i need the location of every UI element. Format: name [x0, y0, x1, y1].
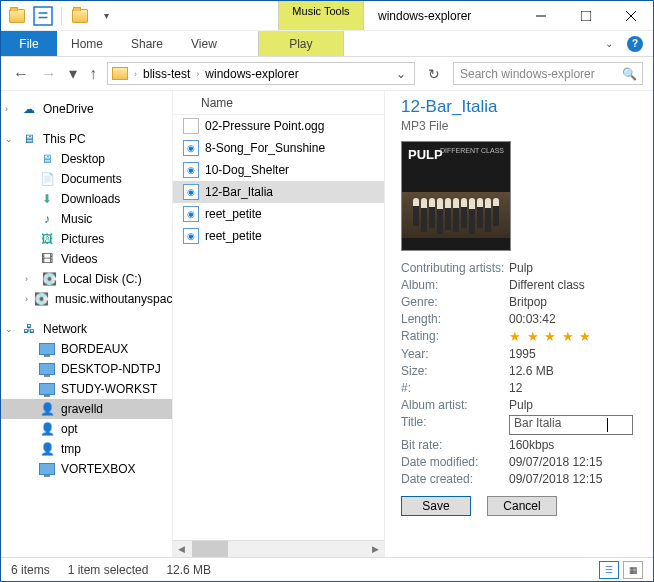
- qa-newfolder-icon[interactable]: [68, 5, 92, 27]
- view-large-button[interactable]: ▦: [623, 561, 643, 579]
- nav-onedrive[interactable]: ›☁OneDrive: [1, 99, 172, 119]
- file-row[interactable]: ◉reet_petite: [173, 225, 384, 247]
- help-icon[interactable]: ?: [627, 36, 643, 52]
- meta-label: Size:: [401, 364, 509, 378]
- file-list-pane: Name 02-Pressure Point.ogg◉8-Song_For_Su…: [173, 91, 385, 557]
- column-header-name[interactable]: Name: [173, 91, 384, 115]
- meta-value[interactable]: Britpop: [509, 295, 641, 309]
- meta-value[interactable]: Pulp: [509, 398, 641, 412]
- file-row[interactable]: ◉10-Dog_Shelter: [173, 159, 384, 181]
- breadcrumb[interactable]: › bliss-test › windows-explorer ⌄: [107, 62, 415, 85]
- nav-computer[interactable]: DESKTOP-NDTPJ: [1, 359, 172, 379]
- download-icon: ⬇: [39, 191, 55, 207]
- meta-value[interactable]: 1995: [509, 347, 641, 361]
- svg-rect-0: [34, 7, 52, 25]
- minimize-button[interactable]: [518, 1, 563, 30]
- file-name: reet_petite: [205, 229, 262, 243]
- chevron-right-icon[interactable]: ›: [132, 69, 139, 79]
- scroll-left-icon[interactable]: ◀: [173, 541, 190, 557]
- nav-netdrive[interactable]: ›💽music.withoutanyspace: [1, 289, 172, 309]
- user-icon: 👤: [39, 401, 55, 417]
- file-row[interactable]: 02-Pressure Point.ogg: [173, 115, 384, 137]
- navigation-pane: ›☁OneDrive ⌄🖥This PC 🖥Desktop 📄Documents…: [1, 91, 173, 557]
- file-tab[interactable]: File: [1, 31, 57, 56]
- qa-properties-icon[interactable]: [31, 5, 55, 27]
- music-icon: ♪: [39, 211, 55, 227]
- nav-thispc[interactable]: ⌄🖥This PC: [1, 129, 172, 149]
- meta-value[interactable]: 09/07/2018 12:15: [509, 455, 641, 469]
- file-row[interactable]: ◉8-Song_For_Sunshine: [173, 137, 384, 159]
- meta-value: Bar Italia: [509, 415, 641, 435]
- nav-recent-icon[interactable]: ▾: [67, 62, 79, 85]
- search-placeholder: Search windows-explorer: [460, 67, 595, 81]
- breadcrumb-segment[interactable]: bliss-test: [141, 67, 192, 81]
- nav-forward-button[interactable]: →: [39, 63, 59, 85]
- file-row[interactable]: ◉reet_petite: [173, 203, 384, 225]
- nav-desktop[interactable]: 🖥Desktop: [1, 149, 172, 169]
- tab-home[interactable]: Home: [57, 31, 117, 56]
- meta-value[interactable]: 160kbps: [509, 438, 641, 452]
- cancel-button[interactable]: Cancel: [487, 496, 557, 516]
- chevron-right-icon[interactable]: ›: [5, 104, 15, 114]
- chevron-right-icon[interactable]: ›: [25, 274, 35, 284]
- album-art-subtitle: DIFFERENT CLASS: [440, 147, 504, 155]
- meta-label: Bit rate:: [401, 438, 509, 452]
- details-pane: 12-Bar_Italia MP3 File PULP DIFFERENT CL…: [385, 91, 653, 557]
- chevron-down-icon[interactable]: ⌄: [5, 324, 15, 334]
- app-icon[interactable]: [5, 5, 29, 27]
- nav-music[interactable]: ♪Music: [1, 209, 172, 229]
- nav-network[interactable]: ⌄🖧Network: [1, 319, 172, 339]
- meta-value[interactable]: Pulp: [509, 261, 641, 275]
- chevron-down-icon[interactable]: ⌄: [5, 134, 15, 144]
- refresh-button[interactable]: ↻: [423, 66, 445, 82]
- breadcrumb-segment[interactable]: windows-explorer: [203, 67, 300, 81]
- audio-file-icon: ◉: [183, 162, 199, 178]
- maximize-button[interactable]: [563, 1, 608, 30]
- window-controls: [518, 1, 653, 30]
- meta-value[interactable]: 12: [509, 381, 641, 395]
- nav-computer[interactable]: VORTEXBOX: [1, 459, 172, 479]
- save-button[interactable]: Save: [401, 496, 471, 516]
- qa-customize-icon[interactable]: ▾: [94, 5, 118, 27]
- document-icon: 📄: [39, 171, 55, 187]
- audio-file-icon: ◉: [183, 140, 199, 156]
- nav-downloads[interactable]: ⬇Downloads: [1, 189, 172, 209]
- chevron-right-icon[interactable]: ›: [194, 69, 201, 79]
- ribbon-expand-icon[interactable]: ⌄: [605, 38, 613, 49]
- file-name: 8-Song_For_Sunshine: [205, 141, 325, 155]
- meta-value[interactable]: 12.6 MB: [509, 364, 641, 378]
- nav-up-button[interactable]: ↑: [87, 63, 99, 85]
- meta-label: Length:: [401, 312, 509, 326]
- meta-label: Rating:: [401, 329, 509, 344]
- breadcrumb-folder-icon: [112, 67, 128, 80]
- close-button[interactable]: [608, 1, 653, 30]
- breadcrumb-dropdown-icon[interactable]: ⌄: [390, 67, 412, 81]
- tab-play[interactable]: Play: [258, 31, 344, 56]
- view-details-button[interactable]: ☰: [599, 561, 619, 579]
- nav-computer[interactable]: BORDEAUX: [1, 339, 172, 359]
- nav-pictures[interactable]: 🖼Pictures: [1, 229, 172, 249]
- meta-value[interactable]: ★ ★ ★ ★ ★: [509, 329, 641, 344]
- nav-back-button[interactable]: ←: [11, 63, 31, 85]
- nav-user[interactable]: 👤tmp: [1, 439, 172, 459]
- nav-user[interactable]: 👤opt: [1, 419, 172, 439]
- scroll-thumb[interactable]: [192, 541, 228, 557]
- file-row[interactable]: ◉12-Bar_Italia: [173, 181, 384, 203]
- scroll-right-icon[interactable]: ▶: [367, 541, 384, 557]
- title-edit-input[interactable]: Bar Italia: [509, 415, 633, 435]
- meta-value[interactable]: 00:03:42: [509, 312, 641, 326]
- meta-value[interactable]: Different class: [509, 278, 641, 292]
- nav-user[interactable]: 👤gravelld: [1, 399, 172, 419]
- nav-documents[interactable]: 📄Documents: [1, 169, 172, 189]
- horizontal-scrollbar[interactable]: ◀ ▶: [173, 540, 384, 557]
- computer-icon: [39, 463, 55, 475]
- nav-computer[interactable]: STUDY-WORKST: [1, 379, 172, 399]
- tab-share[interactable]: Share: [117, 31, 177, 56]
- meta-value[interactable]: 09/07/2018 12:15: [509, 472, 641, 486]
- chevron-right-icon[interactable]: ›: [25, 294, 28, 304]
- nav-videos[interactable]: 🎞Videos: [1, 249, 172, 269]
- tab-view[interactable]: View: [177, 31, 231, 56]
- search-input[interactable]: Search windows-explorer 🔍: [453, 62, 643, 85]
- computer-icon: [39, 343, 55, 355]
- nav-localdisk[interactable]: ›💽Local Disk (C:): [1, 269, 172, 289]
